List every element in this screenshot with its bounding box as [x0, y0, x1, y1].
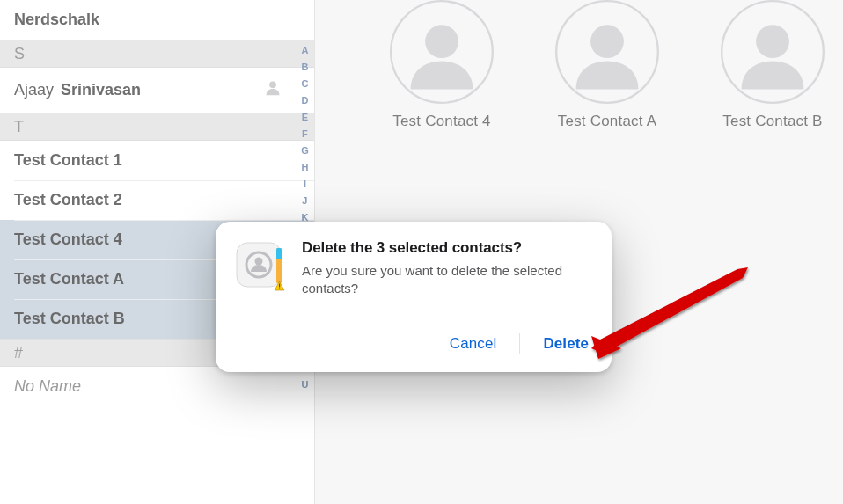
svg-point-4 — [590, 25, 624, 58]
contact-name: Test Contact 1 — [14, 151, 122, 170]
contact-row[interactable]: Nerdschalk — [0, 0, 314, 40]
alpha-index-letter[interactable]: H — [301, 163, 308, 172]
dialog-title: Delete the 3 selected contacts? — [302, 239, 594, 257]
contact-first-name: Ajaay — [14, 81, 54, 99]
contact-name: Test Contact A — [14, 270, 124, 289]
delete-confirmation-dialog: Delete the 3 selected contacts? Are you … — [216, 222, 612, 372]
contact-row[interactable]: Test Contact 1 — [0, 141, 314, 180]
svg-rect-14 — [279, 289, 280, 289]
dialog-actions: Cancel Delete — [233, 330, 594, 358]
contact-card-name: Test Contact 4 — [392, 113, 490, 130]
contact-row[interactable]: Test Contact 2 — [0, 180, 314, 220]
cancel-button[interactable]: Cancel — [444, 330, 502, 358]
svg-rect-11 — [276, 248, 282, 259]
avatar-icon — [555, 0, 659, 104]
svg-point-2 — [425, 25, 458, 58]
contact-row[interactable]: No Name — [0, 367, 314, 406]
svg-point-0 — [269, 81, 276, 88]
svg-point-9 — [255, 258, 263, 266]
contact-name: Test Contact 4 — [14, 230, 122, 249]
contact-name: Test Contact B — [14, 310, 125, 328]
contact-last-name: Srinivasan — [61, 81, 141, 99]
avatar-icon — [721, 0, 825, 104]
contact-card[interactable]: Test Contact A — [537, 0, 678, 130]
alpha-index-letter[interactable]: U — [301, 380, 308, 390]
svg-point-6 — [756, 25, 789, 58]
alpha-index-letter[interactable]: I — [304, 179, 306, 189]
alpha-index-letter[interactable]: B — [301, 62, 308, 72]
me-card-icon — [263, 78, 282, 102]
dialog-text: Delete the 3 selected contacts? Are you … — [302, 239, 594, 298]
dialog-message: Are you sure you want to delete the sele… — [302, 262, 594, 298]
contact-card[interactable]: Test Contact B — [702, 0, 843, 130]
section-header-s: S — [0, 40, 314, 68]
alpha-index-letter[interactable]: D — [301, 96, 308, 106]
alpha-index-letter[interactable]: C — [301, 79, 308, 89]
contact-name: No Name — [14, 377, 81, 396]
svg-rect-13 — [279, 284, 280, 288]
alpha-index-letter[interactable]: F — [302, 129, 308, 139]
contacts-warning-icon — [233, 239, 286, 292]
alpha-index-letter[interactable]: A — [301, 46, 308, 55]
alpha-index-letter[interactable]: J — [302, 196, 307, 206]
alpha-index-letter[interactable]: E — [302, 113, 308, 122]
contact-name: Test Contact 2 — [14, 191, 122, 209]
contact-card-name: Test Contact B — [722, 113, 822, 130]
contact-name: Nerdschalk — [14, 11, 99, 29]
alpha-index-letter[interactable]: G — [301, 146, 309, 156]
contact-card-name: Test Contact A — [558, 113, 656, 130]
contact-row[interactable]: Ajaay Srinivasan — [0, 68, 314, 113]
avatar-icon — [390, 0, 494, 104]
selected-contact-cards: Test Contact 4 Test Contact A Test Conta… — [315, 0, 843, 130]
section-header-t: T — [0, 113, 314, 141]
contact-card[interactable]: Test Contact 4 — [371, 0, 512, 130]
app-root: Nerdschalk S Ajaay Srinivasan T Test Con… — [0, 0, 843, 504]
delete-button[interactable]: Delete — [538, 330, 594, 358]
dialog-body: Delete the 3 selected contacts? Are you … — [233, 239, 594, 298]
button-separator — [519, 333, 520, 354]
